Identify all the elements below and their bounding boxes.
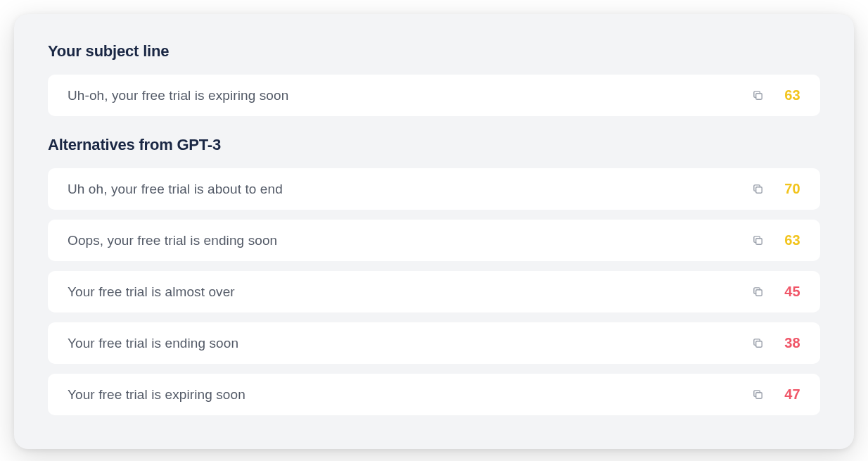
alternative-actions: 45 xyxy=(752,284,800,300)
alternatives-heading: Alternatives from GPT-3 xyxy=(48,136,820,154)
copy-icon[interactable] xyxy=(752,183,764,195)
copy-icon[interactable] xyxy=(752,389,764,400)
alternative-row: Uh oh, your free trial is about to end70 xyxy=(48,168,820,210)
svg-rect-2 xyxy=(756,239,762,245)
svg-rect-5 xyxy=(756,393,762,399)
copy-icon[interactable] xyxy=(752,89,764,101)
alternative-text: Oops, your free trial is ending soon xyxy=(68,233,277,248)
alternative-score: 63 xyxy=(779,232,800,248)
alternative-row: Oops, your free trial is ending soon63 xyxy=(48,220,820,261)
copy-icon[interactable] xyxy=(752,234,764,246)
svg-rect-0 xyxy=(756,94,762,100)
alternative-text: Your free trial is almost over xyxy=(68,284,235,300)
alternative-actions: 70 xyxy=(752,181,800,197)
svg-rect-1 xyxy=(756,187,762,194)
subject-line-text: Uh-oh, your free trial is expiring soon xyxy=(68,88,288,103)
copy-icon[interactable] xyxy=(752,286,764,298)
subject-line-score: 63 xyxy=(779,87,800,103)
subject-line-heading: Your subject line xyxy=(48,42,820,61)
alternative-text: Your free trial is ending soon xyxy=(68,336,238,351)
alternative-score: 47 xyxy=(779,386,800,403)
subject-line-row: Uh-oh, your free trial is expiring soon … xyxy=(48,75,820,116)
subject-line-actions: 63 xyxy=(752,87,800,103)
alternative-row: Your free trial is almost over45 xyxy=(48,271,820,312)
svg-rect-3 xyxy=(756,290,762,296)
alternatives-list: Uh oh, your free trial is about to end70… xyxy=(48,168,820,415)
svg-rect-4 xyxy=(756,341,762,348)
alternative-score: 45 xyxy=(779,284,800,300)
results-card: Your subject line Uh-oh, your free trial… xyxy=(14,14,854,449)
alternative-score: 70 xyxy=(779,181,800,197)
alternative-score: 38 xyxy=(779,335,800,351)
alternative-actions: 63 xyxy=(752,232,800,248)
alternative-actions: 38 xyxy=(752,335,800,351)
alternative-row: Your free trial is ending soon38 xyxy=(48,322,820,364)
alternative-row: Your free trial is expiring soon47 xyxy=(48,374,820,415)
alternative-text: Your free trial is expiring soon xyxy=(68,387,245,403)
alternative-actions: 47 xyxy=(752,386,800,403)
alternative-text: Uh oh, your free trial is about to end xyxy=(68,182,283,197)
copy-icon[interactable] xyxy=(752,337,764,349)
